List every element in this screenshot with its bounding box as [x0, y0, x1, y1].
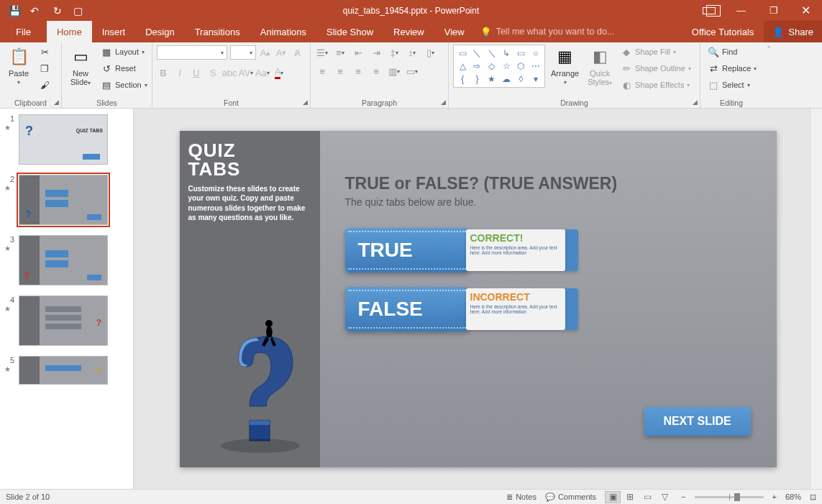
thumbnail-3[interactable]: 3★ ?	[4, 235, 133, 285]
shape-line-icon[interactable]: ＼	[470, 47, 484, 60]
shape-outline-button[interactable]: ✏Shape Outline▾	[618, 61, 694, 75]
shape-star-icon[interactable]: ☆	[499, 60, 513, 73]
qat-customize-icon[interactable]: ▾	[95, 5, 106, 17]
slide-count[interactable]: Slide 2 of 10	[6, 492, 50, 501]
bullets-button[interactable]: ☰▾	[315, 45, 329, 60]
bold-button[interactable]: B	[157, 66, 170, 79]
share-button[interactable]: 👤 Share	[764, 21, 822, 42]
shape-callout-icon[interactable]: ◊	[513, 73, 528, 86]
indent-decrease-button[interactable]: ⇤	[351, 45, 365, 60]
clear-formatting-icon[interactable]: A̷	[291, 46, 303, 59]
minimize-button[interactable]: —	[725, 0, 757, 21]
restore-button[interactable]: ❐	[757, 0, 790, 21]
save-icon[interactable]: 💾	[9, 5, 20, 17]
layout-button[interactable]: ▦Layout▾	[98, 45, 150, 59]
shape-connector-icon[interactable]: ↳	[499, 47, 513, 60]
tab-design[interactable]: Design	[135, 21, 184, 42]
vertical-scrollbar[interactable]	[810, 109, 822, 489]
shape-brace2-icon[interactable]: }	[470, 73, 484, 86]
tab-slideshow[interactable]: Slide Show	[316, 21, 383, 42]
thumbnail-4[interactable]: 4★ ?	[4, 295, 133, 346]
office-tutorials-link[interactable]: Office Tutorials	[682, 21, 764, 42]
decrease-font-icon[interactable]: A▾	[275, 46, 288, 59]
replace-button[interactable]: ⇄Replace▾	[705, 61, 759, 75]
tab-home[interactable]: Home	[47, 21, 92, 42]
clipboard-launcher[interactable]: ◢	[54, 98, 59, 106]
spacing-button[interactable]: AV▾	[239, 66, 252, 79]
font-name-combo[interactable]: ▾	[157, 45, 227, 60]
quick-styles-button[interactable]: ◧ QuickStyles▾	[585, 45, 615, 88]
shadow-button[interactable]: abc	[223, 66, 236, 79]
format-painter-button[interactable]: 🖌	[36, 78, 53, 92]
tab-file[interactable]: File	[0, 21, 47, 42]
zoom-out-button[interactable]: −	[681, 492, 685, 501]
increase-font-icon[interactable]: A▴	[259, 46, 272, 59]
shape-more-icon[interactable]: ⋯	[529, 60, 543, 73]
shape-rect-icon[interactable]: ▭	[513, 47, 528, 60]
collapse-ribbon-icon[interactable]: ˆ	[767, 45, 770, 54]
shape-diamond-icon[interactable]: ◇	[485, 60, 499, 73]
zoom-in-button[interactable]: +	[772, 492, 777, 501]
arrange-button[interactable]: ▦ Arrange ▾	[548, 45, 582, 87]
columns-button[interactable]: ▥▾	[387, 63, 401, 79]
italic-button[interactable]: I	[173, 66, 186, 79]
gallery-expand-icon[interactable]: ▾	[529, 73, 543, 86]
align-center-button[interactable]: ≡	[333, 63, 347, 79]
justify-button[interactable]: ≡	[369, 63, 383, 79]
shape-cloud-icon[interactable]: ☁	[499, 73, 513, 86]
next-slide-button[interactable]: NEXT SLIDE	[644, 407, 751, 436]
font-size-combo[interactable]: ▾	[230, 45, 256, 60]
shapes-gallery[interactable]: ▭ ＼ ＼ ↳ ▭ ○ △ ⇨ ◇ ☆ ⬡ ⋯ { } ★ ☁ ◊ ▾	[453, 45, 545, 88]
numbering-button[interactable]: ≡▾	[333, 45, 347, 60]
paste-button[interactable]: 📋 Paste ▾	[4, 45, 33, 87]
zoom-slider[interactable]	[695, 496, 764, 498]
shape-arrow-icon[interactable]: ⇨	[470, 60, 484, 73]
font-launcher[interactable]: ◢	[303, 98, 308, 106]
smartart-button[interactable]: ▭▾	[405, 63, 419, 79]
thumbnail-2[interactable]: 2★ ?	[4, 175, 133, 225]
comments-button[interactable]: 💬Comments	[545, 492, 596, 502]
close-button[interactable]: ✕	[790, 0, 822, 21]
notes-button[interactable]: ≣Notes	[506, 492, 536, 502]
find-button[interactable]: 🔍Find	[705, 45, 759, 59]
shape-effects-button[interactable]: ◐Shape Effects▾	[618, 78, 694, 92]
reading-view-button[interactable]: ▭	[639, 491, 655, 503]
slideshow-view-button[interactable]: ▽	[657, 491, 672, 503]
copy-button[interactable]: ❐	[36, 61, 53, 75]
font-color-button[interactable]: A▾	[273, 66, 286, 79]
shape-star5-icon[interactable]: ★	[485, 73, 499, 86]
shape-oval-icon[interactable]: ○	[529, 47, 543, 60]
reset-button[interactable]: ↺Reset	[98, 61, 150, 75]
true-tab-button[interactable]: TRUE	[345, 228, 469, 272]
align-right-button[interactable]: ≡	[351, 63, 365, 79]
thumbnail-5[interactable]: 5★ ?	[4, 356, 133, 385]
tab-transitions[interactable]: Transitions	[185, 21, 250, 42]
tab-view[interactable]: View	[434, 21, 475, 42]
indent-increase-button[interactable]: ⇥	[369, 45, 383, 60]
redo-icon[interactable]: ↻	[52, 5, 63, 17]
normal-view-button[interactable]: ▣	[605, 491, 621, 503]
shape-brace-icon[interactable]: {	[455, 73, 470, 86]
tell-me-search[interactable]: 💡 Tell me what you want to do...	[475, 21, 621, 42]
ribbon-options-icon[interactable]	[693, 0, 725, 21]
tab-animations[interactable]: Animations	[250, 21, 316, 42]
new-slide-button[interactable]: ▭ NewSlide▾	[66, 45, 95, 88]
text-direction-button[interactable]: ↕▾	[405, 45, 419, 60]
slide-canvas[interactable]: QUIZ TABS Customize these slides to crea…	[180, 131, 777, 467]
sorter-view-button[interactable]: ⊞	[622, 491, 638, 503]
shape-fill-button[interactable]: ◆Shape Fill▾	[618, 45, 694, 59]
tab-review[interactable]: Review	[383, 21, 434, 42]
align-left-button[interactable]: ≡	[315, 63, 329, 79]
slide-thumbnails[interactable]: 1★ ? QUIZ TABS 2★ ? 3★ ?	[0, 109, 134, 489]
zoom-level[interactable]: 68%	[785, 492, 801, 501]
start-from-beginning-icon[interactable]: ▢▾	[73, 5, 85, 17]
shape-textbox-icon[interactable]: ▭	[455, 47, 470, 60]
drawing-launcher[interactable]: ◢	[693, 98, 698, 106]
paragraph-launcher[interactable]: ◢	[441, 98, 446, 106]
cut-button[interactable]: ✂	[36, 45, 53, 59]
shape-line2-icon[interactable]: ＼	[485, 47, 499, 60]
change-case-button[interactable]: Aa▾	[256, 66, 269, 79]
fit-to-window-button[interactable]: ⊡	[810, 492, 816, 502]
align-text-button[interactable]: ▯▾	[423, 45, 437, 60]
select-button[interactable]: ⬚Select▾	[705, 78, 759, 92]
